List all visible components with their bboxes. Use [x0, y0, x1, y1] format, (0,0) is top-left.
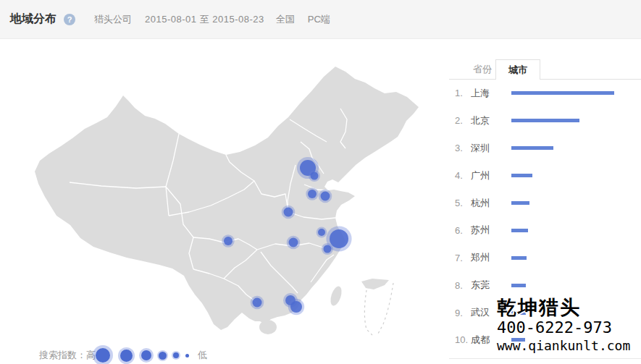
- hainan-island-shape: [259, 320, 277, 334]
- index-bar: [511, 284, 526, 287]
- rank-number: 1.: [455, 88, 471, 98]
- city-name: 武汉: [471, 306, 506, 319]
- ranking-row: 10.成都: [449, 326, 641, 354]
- geo-distribution-page: 地域分布 ? 猎头公司 2015-08-01 至 2015-08-23 全国 P…: [0, 0, 641, 364]
- legend-circle: [120, 350, 133, 362]
- map-bubble-nanjing[interactable]: [318, 229, 325, 236]
- legend-high-label: 搜索指数：高: [39, 349, 96, 362]
- ranking-row: 8.东莞: [449, 271, 641, 299]
- city-name: 东莞: [471, 279, 506, 292]
- rank-number: 10.: [455, 334, 471, 345]
- map-bubble-chengdu[interactable]: [224, 237, 232, 245]
- map-bubble-wuhan[interactable]: [289, 238, 298, 247]
- taiwan-island-shape: [328, 285, 343, 308]
- map-bubble-qingdao[interactable]: [321, 192, 330, 201]
- ranking-row: 9.武汉: [449, 299, 641, 326]
- map-bubble-jinan[interactable]: [308, 190, 317, 198]
- index-bar: [511, 229, 528, 232]
- index-bar: [511, 91, 614, 95]
- search-index-legend: 搜索指数：高 低: [39, 347, 207, 364]
- legend-circle: [185, 354, 189, 357]
- city-name: 杭州: [471, 197, 506, 210]
- legend-size-circles: [96, 348, 189, 363]
- city-name: 苏州: [471, 224, 506, 237]
- index-bar: [511, 256, 527, 260]
- legend-circle: [159, 352, 167, 360]
- ranking-panel: 省份 城市 1.上海2.北京3.深圳4.广州5.杭州6.苏州7.郑州8.东莞9.…: [449, 60, 641, 80]
- panel-bottom-divider: [449, 358, 641, 359]
- map-bubble-shanghai[interactable]: [330, 229, 348, 248]
- ranking-row: 1.上海: [449, 80, 641, 107]
- index-bar: [511, 311, 526, 315]
- index-bar: [511, 119, 579, 122]
- city-name: 广州: [471, 169, 506, 182]
- rank-number: 3.: [455, 143, 471, 153]
- rank-number: 2.: [455, 115, 471, 126]
- ranking-row: 7.郑州: [449, 244, 641, 271]
- index-bar: [511, 201, 529, 205]
- south-sea-dashed-boundary: [364, 283, 393, 335]
- city-name: 上海: [471, 87, 506, 100]
- map-bubble-shenzhen[interactable]: [290, 301, 302, 313]
- city-name: 北京: [471, 114, 506, 127]
- city-name: 成都: [471, 334, 506, 347]
- rank-number: 8.: [455, 280, 471, 291]
- rank-number: 4.: [455, 170, 471, 181]
- legend-circle: [96, 348, 110, 363]
- rank-number: 7.: [455, 253, 471, 263]
- ranking-row: 6.苏州: [449, 216, 641, 244]
- ranking-tabs: 省份 城市: [449, 60, 641, 80]
- ranking-row: 3.深圳: [449, 135, 641, 162]
- ranking-row: 5.杭州: [449, 190, 641, 217]
- legend-low-label: 低: [198, 349, 207, 362]
- index-bar: [511, 146, 553, 150]
- index-bar: [511, 338, 525, 342]
- rank-number: 5.: [455, 198, 471, 208]
- legend-circle: [173, 352, 179, 358]
- map-bubble-hangzhou[interactable]: [324, 245, 332, 253]
- city-name: 郑州: [471, 251, 506, 264]
- map-bubble-zhengzhou[interactable]: [284, 208, 293, 217]
- city-name: 深圳: [471, 142, 506, 155]
- index-bar: [511, 174, 532, 177]
- ranking-row: 2.北京: [449, 107, 641, 135]
- city-ranking-list: 1.上海2.北京3.深圳4.广州5.杭州6.苏州7.郑州8.东莞9.武汉10.成…: [449, 80, 641, 354]
- rank-number: 6.: [455, 225, 471, 236]
- south-china-sea-shape: [361, 279, 389, 289]
- map-bubble-tianjin[interactable]: [311, 172, 319, 180]
- map-bubble-nanning[interactable]: [253, 298, 262, 308]
- ranking-row: 4.广州: [449, 162, 641, 190]
- tab-city[interactable]: 城市: [495, 59, 540, 80]
- rank-number: 9.: [455, 308, 471, 318]
- legend-circle: [141, 350, 151, 360]
